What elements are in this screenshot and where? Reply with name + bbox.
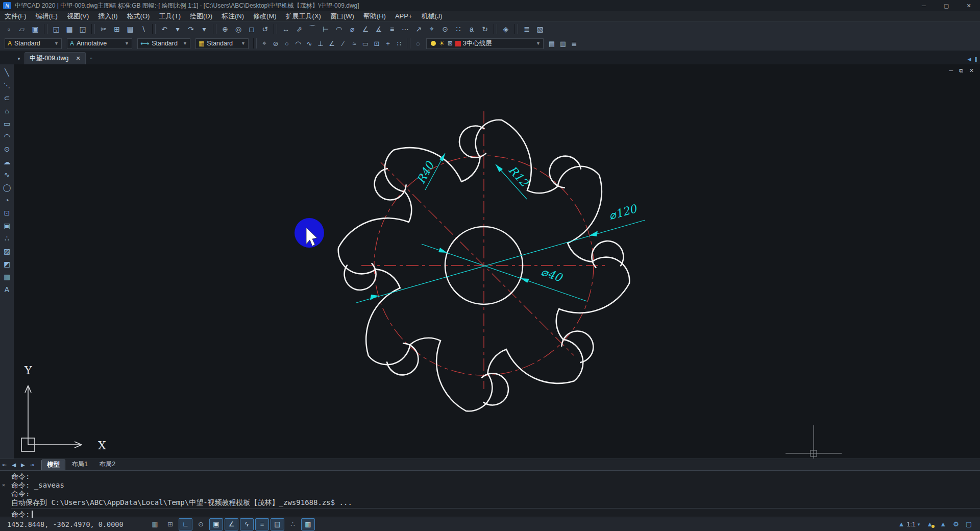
cycle-select-toggle[interactable]: ∴ (286, 518, 300, 530)
circle-tool[interactable]: ⊙ (1, 142, 13, 155)
xline-tool[interactable]: ⋱ (1, 79, 13, 91)
plot-preview-button[interactable]: ◱ (50, 23, 62, 35)
minimize-button[interactable]: ─ (913, 0, 935, 11)
doc-minimize-icon[interactable]: ─ (949, 67, 953, 74)
rectangle-tool[interactable]: ▭ (1, 117, 13, 130)
格式(O)[interactable]: 格式(O) (122, 11, 155, 21)
arc-tool[interactable]: ⊂ (1, 91, 13, 104)
insert-block-tool[interactable]: ⊡ (1, 206, 13, 219)
maximize-button[interactable]: ▢ (935, 0, 958, 11)
redo-button[interactable]: ↷ (185, 23, 197, 35)
insertion-snap-icon[interactable]: ⊡ (371, 38, 382, 49)
osnap-toggle[interactable]: ▣ (209, 518, 223, 530)
workspace-toggle[interactable]: ▥ (301, 518, 315, 530)
command-window[interactable]: ✕ 命令: 命令: _saveas 命令: 自动保存到 C:\Users\ABC… (0, 470, 980, 517)
redo-list-arrow[interactable]: ▾ (198, 23, 210, 35)
radius-dim-button[interactable]: ◠ (333, 23, 345, 35)
diameter-dim-button[interactable]: ⌀ (346, 23, 358, 35)
osnap-settings-icon[interactable]: ⌖ (259, 38, 270, 49)
ordinate-dim-button[interactable]: ⊢ (320, 23, 332, 35)
annotation-autoscale-icon[interactable]: ▲ (940, 520, 946, 528)
dim-text-edit-button[interactable]: a (465, 23, 478, 35)
close-button[interactable]: ✕ (958, 0, 980, 11)
revcloud-tool[interactable]: ☁ (1, 155, 13, 168)
tab-close-icon[interactable]: ✕ (76, 55, 80, 62)
doc-restore-icon[interactable]: ⧉ (959, 67, 963, 74)
lineweight-toggle[interactable]: ≡ (255, 518, 269, 530)
fullscreen-icon[interactable]: ▢ (966, 520, 972, 528)
coordinate-readout[interactable]: 1452.8448, -362.4970, 0.0000 (7, 520, 141, 528)
undo-list-arrow[interactable]: ▾ (172, 23, 184, 35)
扩展工具(X)[interactable]: 扩展工具(X) (281, 11, 326, 21)
gradient-tool[interactable]: ◩ (1, 257, 13, 270)
paste-button[interactable]: ▤ (124, 23, 136, 35)
窗口(W)[interactable]: 窗口(W) (326, 11, 359, 21)
continue-dim-button[interactable]: ⋯ (399, 23, 411, 35)
gear-icon[interactable]: ⚙ (953, 520, 959, 528)
spline-snap-icon[interactable]: ∿ (304, 38, 315, 49)
angular-snap-icon[interactable]: ∠ (326, 38, 337, 49)
extension-snap-icon[interactable]: ＋ (382, 38, 394, 49)
quick-dim-button[interactable]: ∡ (373, 23, 385, 35)
帮助(H)[interactable]: 帮助(H) (359, 11, 390, 21)
tolerance-button[interactable]: ⌖ (426, 23, 438, 35)
make-block-tool[interactable]: ▣ (1, 219, 13, 232)
drawing-canvas[interactable]: ─ ⧉ ✕ (14, 64, 980, 458)
design-center-button[interactable]: ▧ (534, 23, 546, 35)
last-layout-button[interactable]: ⇥ (28, 462, 37, 468)
point-tool[interactable]: ∴ (1, 232, 13, 245)
tab-list-dropdown[interactable]: ▾ (13, 52, 24, 64)
annotation-visibility-icon[interactable]: ▲ (926, 520, 933, 528)
perpendicular-snap-icon[interactable]: ⊥ (315, 38, 326, 49)
table-tool[interactable]: ▦ (1, 270, 13, 283)
prev-layout-button[interactable]: ◀ (9, 462, 18, 468)
编辑(E)[interactable]: 编辑(E) (31, 11, 62, 21)
parallel-snap-icon[interactable]: ⁄ (337, 38, 349, 49)
插入(I)[interactable]: 插入(I) (93, 11, 122, 21)
tab-pin-icon[interactable]: ❚ (974, 57, 978, 62)
zoom-realtime-button[interactable]: ◎ (232, 23, 244, 35)
标注(N)[interactable]: 标注(N) (217, 11, 249, 21)
leader-button[interactable]: ↗ (412, 23, 425, 35)
open-button[interactable]: ▱ (16, 23, 28, 35)
ortho-toggle[interactable]: ∟ (179, 518, 192, 530)
arc-3point-tool[interactable]: ◠ (1, 130, 13, 142)
print-button[interactable]: ▦ (63, 23, 76, 35)
new-sheet-button[interactable]: ▫ (86, 52, 97, 64)
ellipse-arc-tool[interactable]: ◔ (1, 194, 13, 206)
arc-length-dim-button[interactable]: ⌒ (306, 23, 318, 35)
table-style-combo[interactable]: ▦ Standard ▼ (195, 38, 249, 49)
linear-dim-button[interactable]: ↔ (280, 23, 292, 35)
new-button[interactable]: ▫ (3, 23, 15, 35)
layer-properties-button[interactable]: ▤ (546, 38, 557, 49)
publish-button[interactable]: ◲ (77, 23, 89, 35)
tab-layout1[interactable]: 布局1 (66, 460, 93, 470)
copy-button[interactable]: ⊞ (111, 23, 123, 35)
properties-palette-button[interactable]: ≣ (521, 23, 533, 35)
pan-button[interactable]: ⊕ (219, 23, 231, 35)
otrack-toggle[interactable]: ∠ (225, 518, 238, 530)
rectangle-snap-icon[interactable]: ▭ (360, 38, 371, 49)
match-layer-button[interactable]: ◌ (412, 38, 424, 49)
transparency-toggle[interactable]: ▤ (271, 518, 284, 530)
dim-style-button[interactable]: ◈ (500, 23, 512, 35)
工具(T)[interactable]: 工具(T) (154, 11, 185, 21)
layer-combo[interactable]: ☀ ⊠ 3中心线层 ▼ (426, 38, 544, 49)
mtext-tool[interactable]: A (1, 283, 13, 296)
文件(F)[interactable]: 文件(F) (0, 11, 31, 21)
hatch-tool[interactable]: ▨ (1, 245, 13, 257)
undo-button[interactable]: ↶ (158, 23, 170, 35)
layer-previous-button[interactable]: ≣ (569, 38, 580, 49)
line-tool[interactable]: ╲ (1, 66, 13, 79)
center-mark-button[interactable]: ⊙ (439, 23, 451, 35)
first-layout-button[interactable]: ⇤ (0, 462, 9, 468)
视图(V)[interactable]: 视图(V) (62, 11, 93, 21)
nearest-snap-icon[interactable]: ≈ (349, 38, 360, 49)
tab-layout2[interactable]: 布局2 (94, 460, 120, 470)
angular-dim-button[interactable]: ∠ (359, 23, 372, 35)
doc-close-icon[interactable]: ✕ (969, 67, 974, 74)
修改(M)[interactable]: 修改(M) (249, 11, 281, 21)
dim-update-button[interactable]: ↻ (479, 23, 491, 35)
zoom-previous-button[interactable]: ↺ (259, 23, 271, 35)
match-properties-button[interactable]: ∖ (137, 23, 150, 35)
